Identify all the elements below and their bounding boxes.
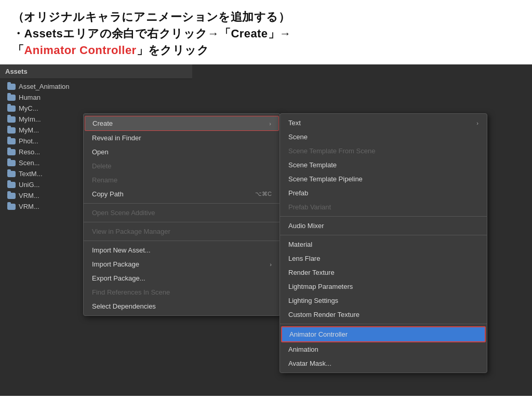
menu-item-avatar-mask...[interactable]: Avatar Mask... [280,356,487,370]
menu-item-audio-mixer[interactable]: Audio Mixer [280,219,487,233]
menu-label: View in Package Manager [92,228,170,235]
folder-icon [7,84,16,90]
menu-item-prefab[interactable]: Prefab [280,186,487,200]
menu-item-custom-render-texture[interactable]: Custom Render Texture [280,308,487,322]
menu-label: Avatar Mask... [288,360,331,367]
asset-list-item[interactable]: MyC... [0,103,192,114]
menu-label: Scene Template From Scene [288,147,375,155]
menu-item-scene-template-pipeline[interactable]: Scene Template Pipeline [280,172,487,186]
menu-item-rename: Rename [84,173,280,187]
menu-label: Select Dependencies [92,302,156,310]
context-menu-right: Text›SceneScene Template From SceneScene… [280,113,487,373]
folder-icon [7,171,16,177]
menu-label: Scene Template Pipeline [288,175,363,183]
menu-item-open[interactable]: Open [84,145,280,159]
folder-icon [7,138,16,144]
menu-item-lighting-settings[interactable]: Lighting Settings [280,294,487,308]
menu-item-export-package...[interactable]: Export Package... [84,271,280,285]
context-menu-left: Create›Reveal in FinderOpenDeleteRenameC… [83,113,281,316]
asset-name: MyM... [19,126,39,134]
menu-label: Render Texture [288,269,335,276]
menu-item-material[interactable]: Material [280,237,487,251]
menu-item-render-texture[interactable]: Render Texture [280,265,487,280]
menu-separator [280,324,487,324]
header-section: （オリジナルキャラにアニメーションを追加する） ・Assetsエリアの余白で右ク… [0,0,532,64]
menu-label: Lens Flare [288,255,320,262]
folder-icon [7,116,16,123]
main-area: Assets Asset_AnimationHumanMyC...MyIm...… [0,64,532,396]
asset-name: Scen... [19,159,39,167]
menu-label: Audio Mixer [288,222,324,230]
menu-label: Prefab [288,189,308,197]
menu-item-reveal-in-finder[interactable]: Reveal in Finder [84,131,280,145]
asset-name: Phot... [19,137,38,145]
menu-separator [280,216,487,217]
submenu-arrow: › [270,261,272,268]
header-line1: （オリジナルキャラにアニメーションを追加する） [12,9,520,25]
menu-label: Delete [92,162,112,170]
menu-item-text[interactable]: Text› [280,116,487,130]
submenu-arrow: › [476,120,478,126]
menu-item-delete: Delete [84,159,280,173]
highlight-animator-controller: Animator Controller [24,44,136,57]
asset-name: VRM... [19,192,39,200]
menu-label: Material [288,241,312,248]
menu-label: Reveal in Finder [92,134,141,142]
menu-item-import-package[interactable]: Import Package› [84,257,280,271]
menu-label: Text [288,119,301,127]
menu-item-animation[interactable]: Animation [280,342,487,356]
menu-label: Animation [288,345,318,353]
folder-icon [7,193,16,199]
folder-icon [7,105,16,112]
folder-icon [7,95,16,101]
menu-label: Prefab Variant [288,203,331,211]
menu-label: Scene [288,133,308,141]
asset-name: MyC... [19,104,38,112]
menu-separator [84,222,280,222]
assets-header: Assets [0,64,192,79]
menu-item-lens-flare[interactable]: Lens Flare [280,251,487,265]
asset-list-item[interactable]: Asset_Animation [0,81,192,92]
menu-label: Open Scene Additive [92,209,155,217]
asset-name: UniG... [19,181,39,189]
menu-shortcut: ⌥⌘C [255,191,272,197]
menu-separator [84,203,280,204]
menu-item-lightmap-parameters[interactable]: Lightmap Parameters [280,280,487,294]
asset-name: MyIm... [19,115,41,123]
menu-label: Lighting Settings [288,297,338,304]
menu-item-animator-controller[interactable]: Animator Controller [281,326,486,342]
menu-item-scene-template[interactable]: Scene Template [280,158,487,172]
menu-label: Lightmap Parameters [288,283,353,290]
menu-label: Animator Controller [289,330,348,338]
asset-name: TextM... [19,170,43,178]
asset-list-item[interactable]: Human [0,92,192,103]
menu-label: Import Package [92,260,139,268]
menu-item-find-references-in-scene: Find References In Scene [84,285,280,299]
menu-label: Create [92,119,113,127]
folder-icon [7,149,16,155]
menu-item-open-scene-additive: Open Scene Additive [84,206,280,220]
folder-icon [7,204,16,210]
folder-icon [7,127,16,134]
menu-label: Open [92,148,109,156]
submenu-arrow: › [269,121,271,127]
menu-item-copy-path[interactable]: Copy Path⌥⌘C [84,187,280,201]
menu-label: Export Package... [92,274,145,282]
menu-item-view-in-package-manager: View in Package Manager [84,224,280,238]
asset-name: Reso... [19,148,40,156]
menu-item-import-new-asset...[interactable]: Import New Asset... [84,243,280,257]
menu-item-prefab-variant: Prefab Variant [280,200,487,214]
menu-item-select-dependencies[interactable]: Select Dependencies [84,299,280,313]
menu-label: Find References In Scene [92,288,170,296]
menu-item-scene-template-from-scene: Scene Template From Scene [280,144,487,158]
menu-item-scene[interactable]: Scene [280,130,487,144]
menu-label: Import New Asset... [92,246,151,254]
menu-label: Rename [92,176,117,184]
header-line2: ・Assetsエリアの余白で右クリック→「Create」→ [12,26,520,42]
menu-label: Copy Path [92,190,124,198]
menu-separator [84,241,280,241]
folder-icon [7,182,16,188]
menu-label: Scene Template [288,161,337,169]
header-line3: 「Animator Controller」をクリック [12,43,520,58]
menu-item-create[interactable]: Create› [85,116,279,131]
